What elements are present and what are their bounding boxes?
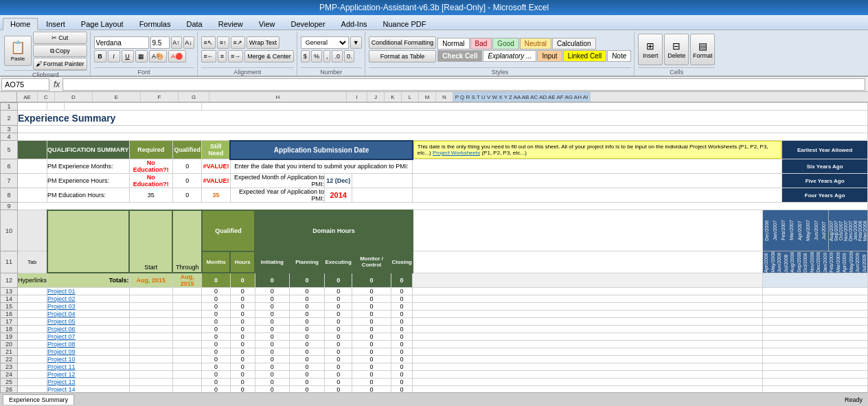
decrease-decimal-button[interactable]: 0. <box>344 50 355 63</box>
cell-12-mc[interactable]: 0 <box>352 273 391 288</box>
tab-col-header[interactable]: Tab <box>18 251 47 273</box>
cell-15-proj[interactable]: Project 03 <box>47 303 130 311</box>
align-center-button[interactable]: ≡ <box>218 50 227 63</box>
cell-12-q-months[interactable]: 0 <box>202 273 230 288</box>
cell-6-appdate-sub[interactable]: Enter the date that you intend to submit… <box>230 159 412 174</box>
app-date-header[interactable]: Application Submission Date <box>230 141 412 159</box>
fill-color-button[interactable]: A🎨 <box>149 50 167 63</box>
cell-12-q-hours[interactable]: 0 <box>230 273 255 288</box>
bad-style[interactable]: Bad <box>470 38 492 49</box>
paste-button[interactable]: 📋Paste <box>4 36 32 66</box>
cell-12-exec[interactable]: 0 <box>325 273 352 288</box>
five-years-header[interactable]: Five Years Ago <box>782 174 868 188</box>
cell-8-stillneed[interactable]: 35 <box>202 188 230 203</box>
linked-cell-style[interactable]: Linked Cell <box>563 50 606 62</box>
normal-style[interactable]: Normal <box>437 38 469 49</box>
cell-14-proj[interactable]: Project 02 <box>47 295 130 303</box>
border-button[interactable]: ▦ <box>135 50 148 63</box>
comma-button[interactable]: , <box>323 50 331 63</box>
date-range-2[interactable]: Aug/2007 Sep/2007 Oct/2007 Nov/2007 Dec/… <box>828 210 867 251</box>
cell-7-empty[interactable] <box>352 174 413 188</box>
qualified-header[interactable]: Qualified <box>172 141 201 159</box>
cell-6-pm-exp[interactable]: PM Experience Months: <box>47 159 130 174</box>
tab-review[interactable]: Review <box>211 18 251 30</box>
insert-button[interactable]: ⊞Insert <box>638 34 663 65</box>
cell-1-ae[interactable] <box>18 103 47 111</box>
cell-12-hyperlinks[interactable]: Hyperlinks <box>18 273 47 288</box>
explanatory-style[interactable]: Explanatory ... <box>483 50 536 62</box>
cell-5-tooltip[interactable]: This date is the only thing you need to … <box>413 141 782 159</box>
still-need-header[interactable]: Still Need <box>202 141 230 159</box>
merge-center-button[interactable]: Merge & Center <box>244 50 294 63</box>
qual-summary-header[interactable]: QUALIFICATION SUMMARY <box>47 141 130 159</box>
cell-1-c[interactable] <box>47 103 65 111</box>
note-style[interactable]: Note <box>607 50 631 62</box>
cell-13-through[interactable] <box>172 288 201 295</box>
planning-header[interactable]: Planning <box>290 251 325 273</box>
cell-13-proj[interactable]: Project 01 <box>47 288 130 295</box>
align-top-right-button[interactable]: ≡↗ <box>231 36 245 49</box>
tab-formulas[interactable]: Formulas <box>132 18 179 30</box>
tab-project-header[interactable] <box>47 210 130 273</box>
tab-home[interactable]: Home <box>3 18 38 30</box>
cell-8-qualified[interactable]: 0 <box>172 188 201 203</box>
bold-button[interactable]: B <box>94 50 106 63</box>
tab-developer[interactable]: Developer <box>283 18 332 30</box>
font-size-input[interactable] <box>150 36 170 49</box>
cut-button[interactable]: ✂Cut <box>33 32 87 44</box>
format-painter-button[interactable]: 🖌Format Painter <box>33 58 87 70</box>
format-button[interactable]: ▤Format <box>690 34 715 65</box>
increase-decimal-button[interactable]: .0 <box>332 50 343 63</box>
tab-nuance-pdf[interactable]: Nuance PDF <box>376 18 434 30</box>
closing-header[interactable]: Closing <box>391 251 412 273</box>
tooltip-link1[interactable]: Project Worksheets <box>433 150 480 156</box>
tab-page-layout[interactable]: Page Layout <box>73 18 131 30</box>
cell-13-ae[interactable] <box>18 288 47 295</box>
tab-insert[interactable]: Insert <box>38 18 73 30</box>
number-format-select[interactable]: General <box>301 36 349 49</box>
cell-7-required[interactable]: No Education?! <box>129 174 172 188</box>
months-header[interactable]: Months <box>202 251 230 273</box>
cell-7-qualified[interactable]: 0 <box>172 174 201 188</box>
align-left-button[interactable]: ≡← <box>201 50 216 63</box>
cell-4-empty[interactable] <box>18 133 868 141</box>
cell-6-required[interactable]: No Education?! <box>129 159 172 174</box>
align-top-left-button[interactable]: ≡↖ <box>201 36 216 49</box>
wrap-text-button[interactable]: Wrap Text <box>247 36 279 49</box>
align-right-button[interactable]: ≡→ <box>228 50 243 63</box>
cell-2-title[interactable]: Experience Summary <box>18 111 868 126</box>
conditional-formatting-button[interactable]: Conditional Formatting <box>369 36 437 49</box>
percent-button[interactable]: % <box>311 50 322 63</box>
cell-7-stillneed[interactable]: #VALUE! <box>202 174 230 188</box>
cell-8-required[interactable]: 35 <box>129 188 172 203</box>
cell-8-year-val[interactable]: 2014 <box>325 188 352 203</box>
name-box[interactable] <box>1 78 49 91</box>
cell-6-empty[interactable] <box>413 159 782 174</box>
earliest-year-header[interactable]: Earliest Year Allowed <box>782 141 868 159</box>
cell-8-pm-edu[interactable]: PM Education Hours: <box>47 188 130 203</box>
cell-12-close[interactable]: 0 <box>391 273 412 288</box>
decrease-font-button[interactable]: A↓ <box>183 36 194 49</box>
sheet-tab-experience[interactable]: Experience Summary <box>3 394 74 405</box>
cell-12-plan[interactable]: 0 <box>290 273 325 288</box>
cell-13-start[interactable] <box>129 288 172 295</box>
cell-7-pm-hrs[interactable]: PM Experience Hours: <box>47 174 130 188</box>
good-style[interactable]: Good <box>492 38 518 49</box>
cell-10-n-empty[interactable] <box>413 210 763 251</box>
cell-9-empty[interactable] <box>18 203 868 210</box>
cell-1-rest[interactable] <box>202 103 868 111</box>
increase-font-button[interactable]: A↑ <box>171 36 182 49</box>
cell-11-n-empty[interactable] <box>413 251 763 273</box>
cell-7-empty2[interactable] <box>413 174 782 188</box>
align-top-center-button[interactable]: ≡↑ <box>217 36 229 49</box>
cell-12-start[interactable]: Aug, 2015 <box>129 273 172 288</box>
hours-header[interactable]: Hours <box>230 251 255 273</box>
date-sub-headers[interactable]: Apr/2008 May/2008 Jun/2008 Jul/2008 Aug/… <box>762 251 867 273</box>
calculation-style[interactable]: Calculation <box>552 38 595 49</box>
start-header[interactable]: Start <box>129 210 172 273</box>
required-header[interactable]: Required <box>129 141 172 159</box>
check-cell-style[interactable]: Check Cell <box>437 50 482 62</box>
underline-button[interactable]: U <box>122 50 134 63</box>
delete-button[interactable]: ⊟Delete <box>664 34 689 65</box>
number-format-dropdown[interactable]: ▼ <box>350 36 362 49</box>
